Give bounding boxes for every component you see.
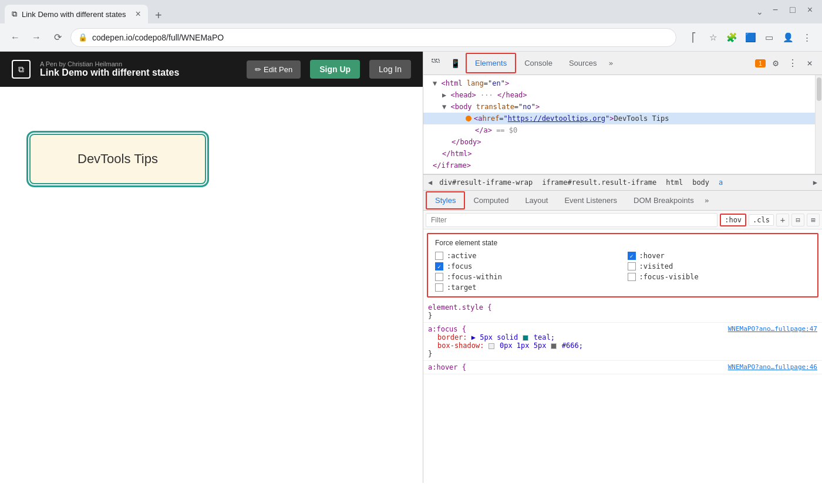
- layout-view-button[interactable]: ⊞: [807, 214, 820, 226]
- dom-breakpoints-tab[interactable]: DOM Breakpoints: [625, 192, 702, 208]
- breadcrumb-iframe-wrap[interactable]: div#result-iframe-wrap: [434, 177, 537, 188]
- target-checkbox[interactable]: [435, 283, 443, 292]
- a-focus-source-link[interactable]: WNEMaPO?ano…fullpage:47: [728, 325, 817, 333]
- focus-within-checkbox[interactable]: [435, 273, 443, 281]
- devtools-overflow-button[interactable]: ⋮: [786, 57, 800, 69]
- shadow-swatch[interactable]: [489, 343, 494, 349]
- state-focus-within: :focus-within: [435, 273, 618, 281]
- html-toggle[interactable]: ▼: [433, 79, 437, 87]
- focus-checkbox[interactable]: ✓: [435, 262, 443, 270]
- share-icon[interactable]: ⎡: [686, 29, 702, 46]
- breadcrumb-back-arrow[interactable]: ◀: [426, 178, 434, 187]
- edit-pen-button[interactable]: ✏ Edit Pen: [247, 60, 301, 79]
- signup-button[interactable]: Sign Up: [310, 60, 360, 79]
- main-layout: ⧉ A Pen by Christian Heilmann Link Demo …: [0, 52, 822, 483]
- login-button[interactable]: Log In: [369, 60, 411, 79]
- a-focus-boxshadow-prop: box-shadow: 0px 1px 5px #666;: [428, 341, 817, 350]
- layout-tab[interactable]: Layout: [517, 192, 556, 208]
- new-style-rule-button[interactable]: ⊟: [791, 214, 804, 226]
- url-text: codepen.io/codepo8/full/WNEMaPO: [92, 33, 224, 42]
- state-focus-visible: :focus-visible: [628, 273, 811, 281]
- address-bar-icons: ⎡ ☆ 🧩 🟦 ▭ 👤 ⋮: [686, 29, 815, 46]
- devtools-tips-link[interactable]: DevTools Tips: [29, 134, 206, 184]
- devtools-settings-button[interactable]: ⚙: [768, 56, 783, 71]
- devtools-close-button[interactable]: ×: [802, 56, 817, 71]
- reload-button[interactable]: ⟳: [49, 29, 66, 46]
- extensions-icon[interactable]: 🧩: [723, 29, 740, 46]
- a-hover-source-link[interactable]: WNEMaPO?ano…fullpage:46: [728, 363, 817, 371]
- svg-rect-0: [432, 59, 435, 62]
- codepen-header: ⧉ A Pen by Christian Heilmann Link Demo …: [0, 52, 423, 87]
- new-tab-button[interactable]: +: [150, 7, 167, 23]
- dom-scrollbar-thumb[interactable]: [817, 77, 821, 101]
- dom-line-a[interactable]: <a href="https://devtooltips.org">DevToo…: [423, 113, 822, 124]
- focus-visible-checkbox[interactable]: [628, 273, 636, 281]
- dom-line-html-close: </html>: [423, 148, 822, 160]
- styles-tab[interactable]: Styles: [426, 191, 465, 209]
- body-toggle[interactable]: ▼: [442, 103, 446, 111]
- a-hover-header: a:hover { WNEMaPO?ano…fullpage:46: [428, 363, 817, 371]
- hover-checkbox[interactable]: ✓: [628, 252, 636, 260]
- profile-icon[interactable]: 👤: [780, 29, 796, 46]
- active-tab[interactable]: ⧉ Link Demo with different states ×: [5, 5, 148, 23]
- device-toggle-button[interactable]: 📱: [447, 55, 463, 72]
- more-tabs-button[interactable]: »: [605, 54, 617, 72]
- head-toggle[interactable]: ▶: [442, 91, 446, 99]
- tablet-icon[interactable]: ▭: [761, 29, 777, 46]
- url-bar[interactable]: 🔒 codepen.io/codepo8/full/WNEMaPO: [70, 28, 676, 47]
- inspect-element-button[interactable]: [428, 55, 444, 72]
- devtools-toolbar-right: 1 ⚙ ⋮ ×: [755, 56, 817, 71]
- border-arrow[interactable]: ▶: [471, 333, 476, 341]
- webpage-content: DevTools Tips: [0, 87, 423, 483]
- event-listeners-tab[interactable]: Event Listeners: [556, 192, 625, 208]
- breadcrumb-body[interactable]: body: [688, 177, 714, 188]
- tab-title: Link Demo with different states: [22, 10, 126, 19]
- console-tab[interactable]: Console: [516, 54, 561, 72]
- cls-button[interactable]: .cls: [749, 214, 774, 226]
- state-checkboxes-grid: :active ✓ :hover ✓ :focus :v: [435, 252, 810, 292]
- webpage-area: ⧉ A Pen by Christian Heilmann Link Demo …: [0, 52, 423, 483]
- teal-swatch[interactable]: [523, 335, 528, 341]
- breadcrumb-forward-arrow[interactable]: ▶: [811, 178, 820, 187]
- focus-visible-label: :focus-visible: [639, 273, 699, 281]
- gray-swatch[interactable]: [551, 343, 557, 349]
- tab-scroll-down[interactable]: ⌄: [756, 7, 763, 16]
- minimize-button[interactable]: −: [773, 5, 778, 15]
- dom-scrollbar[interactable]: [815, 75, 822, 174]
- styles-tabs-row: Styles Computed Layout Event Listeners D…: [423, 191, 822, 211]
- element-style-selector: element.style {: [428, 303, 817, 312]
- a-focus-border-prop: border: ▶ 5px solid teal;: [428, 333, 817, 341]
- state-visited: :visited: [628, 262, 811, 270]
- more-styles-tabs-button[interactable]: »: [702, 192, 712, 208]
- a-focus-rule: a:focus { WNEMaPO?ano…fullpage:47 border…: [423, 323, 822, 361]
- close-window-button[interactable]: ×: [807, 5, 813, 15]
- elements-tab[interactable]: Elements: [466, 53, 516, 73]
- cast-icon[interactable]: 🟦: [742, 29, 759, 46]
- devtools-panel: 📱 Elements Console Sources » 1 ⚙ ⋮ × ▼ <…: [423, 52, 822, 483]
- computed-tab[interactable]: Computed: [465, 192, 517, 208]
- dom-line-html: ▼ <html lang="en">: [423, 77, 822, 89]
- a-focus-header: a:focus { WNEMaPO?ano…fullpage:47: [428, 325, 817, 333]
- forward-button[interactable]: →: [28, 29, 45, 46]
- dom-line-a-close: </a> == $0: [423, 124, 822, 136]
- visited-checkbox[interactable]: [628, 262, 636, 270]
- add-style-button[interactable]: +: [776, 214, 789, 226]
- maximize-button[interactable]: □: [790, 5, 796, 15]
- codepen-logo: ⧉: [12, 60, 31, 79]
- breadcrumb-result-iframe[interactable]: iframe#result.result-iframe: [537, 177, 661, 188]
- hov-button[interactable]: :hov: [720, 214, 746, 226]
- dom-tree: ▼ <html lang="en"> ▶ <head> ··· </head> …: [423, 75, 822, 174]
- styles-panel: Force element state :active ✓ :hover ✓: [423, 229, 822, 483]
- dom-line-body-close: </body>: [423, 136, 822, 148]
- styles-filter-input[interactable]: [426, 213, 717, 227]
- breadcrumb-html[interactable]: html: [661, 177, 688, 188]
- bookmark-icon[interactable]: ☆: [705, 29, 721, 46]
- state-target: :target: [435, 283, 618, 292]
- breadcrumb-a[interactable]: a: [714, 177, 727, 188]
- sources-tab[interactable]: Sources: [561, 54, 605, 72]
- tab-close-button[interactable]: ×: [136, 9, 141, 19]
- active-checkbox[interactable]: [435, 252, 443, 260]
- codepen-title-area: A Pen by Christian Heilmann Link Demo wi…: [40, 60, 237, 78]
- menu-icon[interactable]: ⋮: [799, 29, 815, 46]
- back-button[interactable]: ←: [7, 29, 23, 46]
